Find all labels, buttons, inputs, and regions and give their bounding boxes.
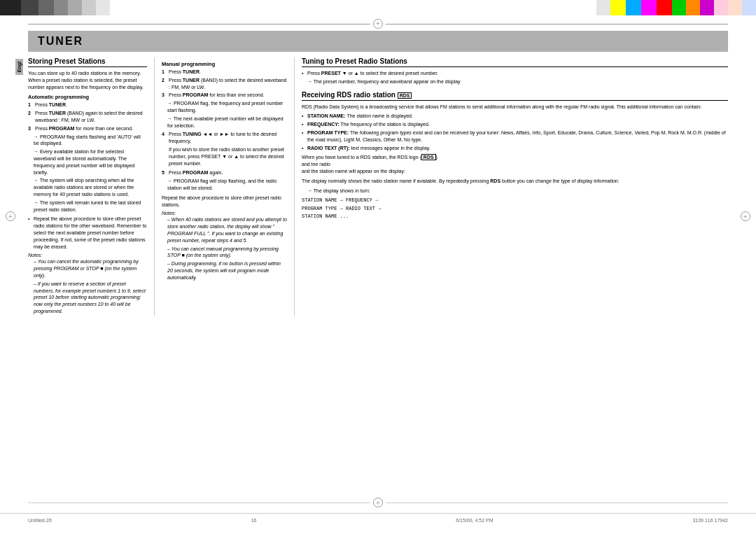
main-content: Engl Storing Preset Stations You can sto…	[28, 52, 728, 316]
swatch-r9	[714, 0, 728, 15]
manual-step5-list: 5 Press PROGRAM again.	[162, 169, 287, 176]
manual-arrow-2: The next available preset number will be…	[162, 115, 287, 129]
swatch-r11	[742, 0, 756, 15]
right-column: Tuning to Preset Radio Stations Press PR…	[294, 57, 728, 316]
page: TUNER Engl Storing Preset Stations You c…	[0, 17, 756, 316]
footer-center: 16	[251, 518, 257, 523]
swatch-5	[68, 0, 82, 15]
top-bar-right	[378, 0, 756, 15]
manual-step-1: 1 Press TUNER.	[162, 69, 287, 76]
swatch-6	[82, 0, 96, 15]
left-column: Engl Storing Preset Stations You can sto…	[28, 57, 154, 316]
auto-bullet-1: Repeat the above procedure to store othe…	[28, 216, 147, 250]
swatch-3	[38, 0, 54, 15]
swatch-r4	[641, 0, 657, 15]
storing-preset-title: Storing Preset Stations	[28, 57, 147, 67]
left-crosshair: +	[6, 211, 15, 221]
auto-notes: Notes: You can cancel the automatic prog…	[28, 253, 147, 314]
rds-and-line: and tne radio	[302, 162, 330, 167]
receiving-rds-title: Receiving RDS radio station RDS	[302, 91, 728, 101]
tuning-bullet-1: Press PRESET ▼ or ▲ to select the desire…	[302, 70, 728, 77]
top-crosshair	[373, 19, 383, 29]
manual-notes-label: Notes:	[162, 211, 287, 216]
manual-step-4: 4 Press TUNING ◄◄ or ►► to tune to the d…	[162, 131, 287, 145]
manual-arrow-1: PROGRAM flag, the frequency and preset n…	[162, 100, 287, 114]
manual-prog-title: Manual programming	[162, 61, 287, 67]
rds-display-arrow: The display shows in turn:	[302, 188, 728, 195]
rds-bullet-1: STATION NAME: The station name is displa…	[302, 113, 728, 120]
swatch-r1	[596, 0, 610, 15]
manual-steps: 1 Press TUNER. 2 Press TUNER (BAND) to s…	[162, 69, 287, 99]
swatch-r7	[686, 0, 700, 15]
manual-step-3: 3 Press PROGRAM for less than one second…	[162, 92, 287, 99]
bottom-line-left	[28, 503, 370, 503]
tuning-bullets: Press PRESET ▼ or ▲ to select the desire…	[302, 70, 728, 77]
auto-notes-label: Notes:	[28, 253, 147, 258]
storing-preset-intro: You can store up to 40 radio stations in…	[28, 70, 147, 90]
rds-bullets: STATION NAME: The station name is displa…	[302, 113, 728, 151]
tuner-heading-box: TUNER	[28, 31, 728, 52]
manual-note-3: – During programming, if no button is pr…	[162, 260, 287, 281]
auto-step-3: 3 Press PROGRAM for more than one second…	[28, 125, 147, 132]
header-line	[28, 17, 728, 31]
manual-notes: Notes: – When 40 radio stations are stor…	[162, 211, 287, 281]
auto-prog-steps: 1 Press TUNER. 2 Press TUNER (BAND) agai…	[28, 101, 147, 132]
manual-note-1: – When 40 radio stations are stored and …	[162, 216, 287, 244]
auto-prog-label: Automatic programming	[28, 94, 147, 100]
swatch-r2	[610, 0, 626, 15]
bottom-line-right	[386, 503, 728, 503]
swatch-4	[54, 0, 68, 15]
swatch-7	[96, 0, 110, 15]
auto-note-1: You can cancel the automatic programming…	[28, 258, 147, 279]
right-crosshair: +	[741, 211, 750, 221]
manual-step-5: 5 Press PROGRAM again.	[162, 169, 287, 176]
swatch-r3	[626, 0, 641, 15]
footer-right: 3139 116 17942	[692, 518, 728, 523]
swatch-r6	[672, 0, 686, 15]
manual-step4-sub: If you wish to store the radio station t…	[162, 146, 287, 167]
rds-para2: The display normally shows the radio sta…	[302, 178, 728, 185]
middle-column: Manual programming 1 Press TUNER. 2 Pres…	[154, 57, 294, 316]
rds-para: When you have tuned to a RDS station, th…	[302, 154, 728, 174]
bottom-line: +	[28, 498, 728, 507]
rds-intro: RDS (Radio Data System) is a broadcastin…	[302, 104, 728, 111]
manual-steps-cont: 4 Press TUNING ◄◄ or ►► to tune to the d…	[162, 131, 287, 145]
swatch-2	[21, 0, 38, 15]
auto-bullets: Repeat the above procedure to store othe…	[28, 216, 147, 250]
footer: Untitled-26 16 6/15/00, 4:52 PM 3139 116…	[0, 513, 756, 527]
manual-step-2: 2 Press TUNER (BAND) to select the desir…	[162, 77, 287, 91]
auto-arrow-4: The system will remain tuned to the last…	[28, 199, 147, 213]
language-tab: Engl	[15, 59, 23, 75]
manual-note-2: – You can cancel manual programming by p…	[162, 246, 287, 260]
swatch-r8	[700, 0, 714, 15]
header-line-left	[28, 24, 370, 24]
bottom-crosshair: +	[373, 498, 383, 507]
auto-note-2: If you want to reserve a section of pres…	[28, 281, 147, 315]
manual-repeat: Repeat the above procedure to store othe…	[162, 195, 287, 209]
header-line-right	[386, 24, 728, 24]
auto-step-2: 2 Press TUNER (BAND) again to select the…	[28, 110, 147, 124]
swatch-r5	[657, 0, 672, 15]
swatch-r10	[728, 0, 742, 15]
tuning-preset-title: Tuning to Preset Radio Stations	[302, 57, 728, 67]
tuning-arrow: The preset number, frequency and waveban…	[302, 78, 728, 85]
top-color-bar	[0, 0, 756, 15]
auto-step-1: 1 Press TUNER.	[28, 101, 147, 108]
swatch-1	[0, 0, 21, 15]
rds-bullet-3: PROGRAM TYPE: The following program type…	[302, 129, 728, 143]
rds-bullet-4: RADIO TEXT (RT): text messages appear in…	[302, 145, 728, 152]
auto-arrow-3: The system will stop searching when all …	[28, 177, 147, 197]
rds-bullet-2: FREQUENCY: The frequency of the station …	[302, 121, 728, 128]
rds-icon: RDS	[398, 92, 412, 99]
page-title: TUNER	[38, 35, 718, 48]
rds-display-sequence: STATION NAME → FREQUENCY → PROGRAM TYPE …	[302, 197, 728, 220]
footer-date: 6/15/00, 4:52 PM	[456, 518, 493, 523]
rds-logo-inline: RDS	[421, 154, 436, 160]
footer-left: Untitled-26	[28, 518, 52, 523]
auto-arrow-2: Every available station for the selected…	[28, 148, 147, 176]
auto-arrow-1: PROGRAM flag starts flashing and 'AUTO' …	[28, 134, 147, 148]
manual-arrow-3: PROGRAM flag will stop flashing, and the…	[162, 178, 287, 192]
top-bar-left	[0, 0, 378, 15]
